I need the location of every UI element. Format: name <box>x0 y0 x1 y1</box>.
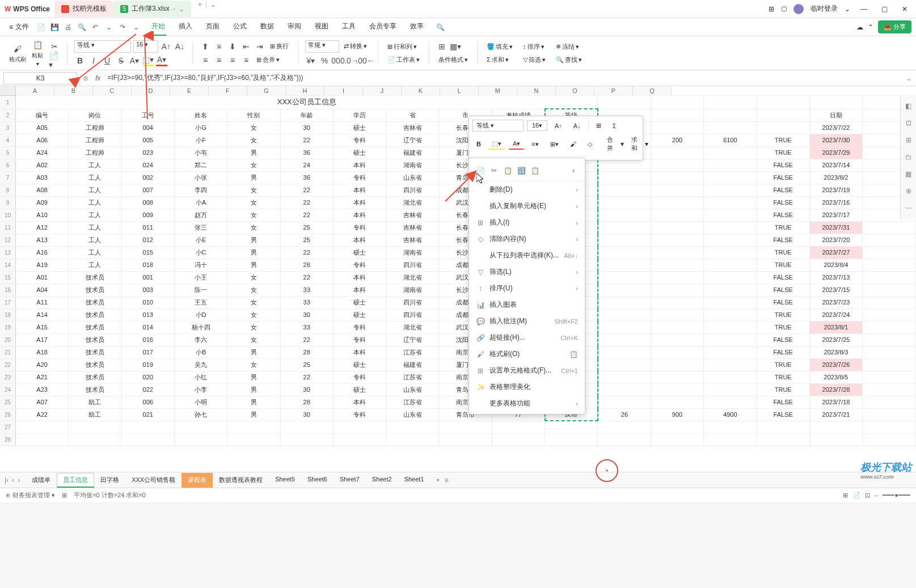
cell[interactable]: 2023/8/5 <box>809 371 862 383</box>
cell[interactable]: 2023/7/14 <box>809 159 862 171</box>
row-header[interactable]: 9 <box>0 196 15 209</box>
cell[interactable] <box>863 296 916 308</box>
row-header[interactable]: 1 <box>0 96 15 109</box>
menu-tab-页面[interactable]: 页面 <box>205 18 221 36</box>
cell[interactable]: 30 <box>280 408 333 421</box>
cell[interactable]: 2023/7/25 <box>809 333 862 346</box>
cell[interactable] <box>704 421 757 433</box>
cell[interactable] <box>15 433 68 446</box>
cell[interactable]: 工人 <box>69 171 121 184</box>
paste-icon[interactable]: 📋 <box>501 164 514 177</box>
cell[interactable]: 技术员 <box>69 308 121 321</box>
cell[interactable] <box>863 308 916 321</box>
close-button[interactable]: ✕ <box>898 5 911 13</box>
menu-tab-审阅[interactable]: 审阅 <box>286 18 302 36</box>
cell[interactable] <box>227 421 280 433</box>
first-sheet-icon[interactable]: |‹ <box>5 476 9 484</box>
align-middle-icon[interactable]: ≡ <box>213 41 225 52</box>
cell[interactable] <box>757 96 809 109</box>
align-right-icon[interactable]: ≡ <box>227 54 238 66</box>
fill-button[interactable]: 🪣 填充▾ <box>484 41 515 52</box>
cell[interactable]: 012 <box>121 234 174 246</box>
cell[interactable]: FALSE <box>757 296 809 308</box>
copy-icon[interactable]: 📄▾ <box>49 54 60 66</box>
cell[interactable]: 2023/7/13 <box>809 271 862 284</box>
cell[interactable] <box>651 259 703 271</box>
cell[interactable]: 019 <box>121 358 174 371</box>
cell[interactable]: 辽宁省 <box>386 134 439 146</box>
mini-font-select[interactable]: 等线 ▾ <box>472 120 524 132</box>
cell[interactable]: TRUE <box>757 321 809 333</box>
row-header[interactable]: 18 <box>0 308 15 321</box>
cell[interactable]: XXX公司员工信息 <box>15 96 598 109</box>
highlight-icon[interactable]: ⬚▾ <box>488 138 505 150</box>
cell[interactable]: 本科 <box>333 346 386 358</box>
cell[interactable]: 小G <box>174 121 227 134</box>
cell[interactable] <box>174 433 227 446</box>
cell[interactable]: 工人 <box>69 196 121 209</box>
cell[interactable]: 湖南省 <box>386 246 439 259</box>
comma-icon[interactable]: 000 <box>332 55 344 66</box>
cell[interactable] <box>863 433 916 446</box>
prev-sheet-icon[interactable]: ‹ <box>12 476 14 484</box>
col-header-L[interactable]: L <box>440 86 479 95</box>
cell[interactable]: 吉林省 <box>386 234 439 246</box>
formula-input[interactable]: =IF(J3>=90,"优秀",IF(J3>=80,"良好",IF(J3>=60… <box>105 71 901 85</box>
cell[interactable]: 020 <box>121 371 174 383</box>
cell[interactable]: 小E <box>174 234 227 246</box>
select-all-corner[interactable] <box>0 86 15 96</box>
header-cell[interactable] <box>757 109 809 121</box>
header-cell[interactable] <box>704 109 757 121</box>
cell[interactable] <box>863 346 916 358</box>
cell[interactable]: FALSE <box>757 408 809 421</box>
cell[interactable]: 本科 <box>333 284 386 296</box>
cell[interactable]: 017 <box>121 346 174 358</box>
cell[interactable]: 006 <box>121 396 174 408</box>
cell[interactable]: 吉林省 <box>386 209 439 221</box>
cell[interactable]: A01 <box>15 271 68 284</box>
cell[interactable] <box>598 321 651 333</box>
col-header-P[interactable]: P <box>594 86 633 95</box>
side-icon[interactable]: ▦ <box>905 170 911 178</box>
cell[interactable]: FALSE <box>757 196 809 209</box>
cell[interactable]: 吴九 <box>174 358 227 371</box>
cell[interactable]: A09 <box>15 196 68 209</box>
cell[interactable] <box>863 421 916 433</box>
sheet-tab[interactable]: Sheet2 <box>366 473 398 488</box>
header-cell[interactable] <box>651 109 703 121</box>
cell[interactable] <box>598 383 651 396</box>
header-cell[interactable]: 省 <box>386 109 439 121</box>
find-button[interactable]: 🔍 查找▾ <box>554 54 584 65</box>
merge-icon[interactable]: ⊞ <box>592 120 605 131</box>
cell[interactable]: 工人 <box>69 246 121 259</box>
add-tab-button[interactable]: + <box>198 1 202 17</box>
row-header[interactable]: 15 <box>0 271 15 284</box>
cell[interactable]: A10 <box>15 209 68 221</box>
cell[interactable]: 33 <box>280 321 333 333</box>
font-color-icon[interactable]: A▾ <box>509 138 524 150</box>
cell[interactable] <box>598 196 651 209</box>
cell[interactable]: FALSE <box>757 346 809 358</box>
menu-tab-工具[interactable]: 工具 <box>341 18 357 36</box>
cell[interactable]: 湖南省 <box>386 284 439 296</box>
cell[interactable]: 工人 <box>69 234 121 246</box>
cell[interactable]: 男 <box>227 408 280 421</box>
cell[interactable]: 孙七 <box>174 408 227 421</box>
cell[interactable]: TRUE <box>757 221 809 234</box>
cell[interactable] <box>704 271 757 284</box>
context-menu-item[interactable]: 🖌格式刷(O)📋 <box>469 346 585 362</box>
cell[interactable] <box>121 433 174 446</box>
tab-menu-icon[interactable]: ▫ <box>173 5 175 13</box>
cell[interactable] <box>704 234 757 246</box>
cell[interactable]: 技术员 <box>69 346 121 358</box>
cell[interactable] <box>704 196 757 209</box>
side-icon[interactable]: ⊞ <box>906 136 911 144</box>
cell[interactable] <box>863 383 916 396</box>
convert-button[interactable]: ⇄ 转换▾ <box>341 41 369 52</box>
cell[interactable]: 015 <box>121 246 174 259</box>
side-icon[interactable]: ⊕ <box>906 187 911 195</box>
cell[interactable] <box>809 433 862 446</box>
cell[interactable] <box>809 96 862 109</box>
more-icon[interactable]: › <box>567 164 580 177</box>
cell[interactable]: 女 <box>227 159 280 171</box>
